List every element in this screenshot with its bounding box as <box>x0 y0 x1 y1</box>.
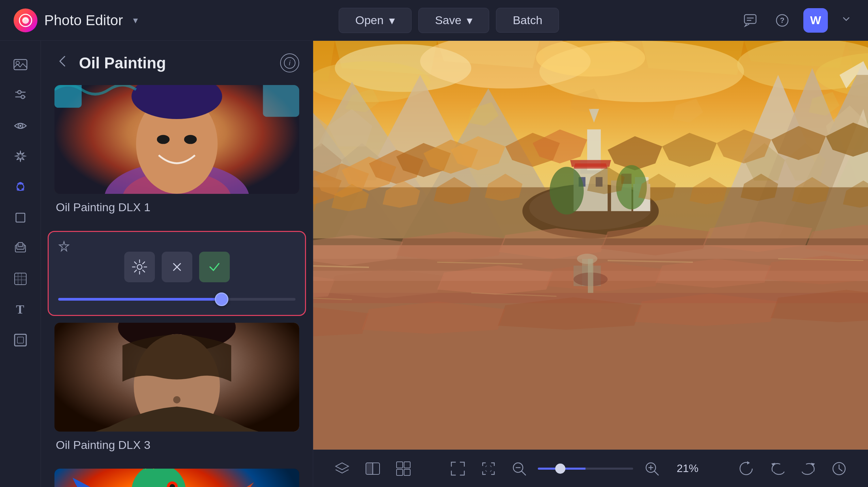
svg-rect-177 <box>397 462 403 468</box>
logo-area: Photo Editor ▾ <box>14 9 138 32</box>
zoom-slider[interactable] <box>538 468 633 470</box>
svg-line-183 <box>521 471 526 475</box>
panel-title: Oil Painting <box>79 54 272 72</box>
tool-artistic[interactable] <box>7 173 34 201</box>
undo-button[interactable] <box>766 457 790 481</box>
tool-texture[interactable] <box>7 265 34 292</box>
redo-button[interactable] <box>797 457 820 481</box>
svg-point-42 <box>173 396 180 403</box>
fit-to-screen-button[interactable] <box>446 457 470 481</box>
tool-layers[interactable] <box>7 235 34 262</box>
svg-point-35 <box>184 135 197 144</box>
svg-rect-2 <box>744 15 756 23</box>
effect-thumbnail-dlx3 <box>54 323 299 432</box>
user-avatar[interactable]: W <box>803 8 828 33</box>
bottom-toolbar: 21% <box>313 450 868 487</box>
compare-button[interactable] <box>361 457 385 481</box>
svg-point-17 <box>21 188 24 191</box>
svg-point-62 <box>536 41 645 77</box>
panel-header: Oil Painting i <box>41 41 313 85</box>
svg-text:T: T <box>16 303 24 316</box>
icon-bar: T <box>0 41 41 487</box>
tool-text[interactable]: T <box>7 296 34 323</box>
effect-thumbnail-dlx1 <box>54 85 299 194</box>
svg-point-14 <box>19 125 21 127</box>
confirm-button[interactable] <box>199 252 230 282</box>
effect-item-dlx4[interactable]: Oil Painting DLX 4 <box>41 469 313 487</box>
svg-marker-114 <box>574 164 608 169</box>
main-content: T Oil Painting i <box>0 41 868 487</box>
comments-button[interactable] <box>739 10 761 31</box>
header-right: ? W <box>739 8 854 33</box>
app-logo <box>14 9 37 32</box>
effect-thumbnail-dlx4 <box>54 469 299 487</box>
zoom-in-button[interactable] <box>640 457 664 481</box>
expand-button[interactable] <box>838 12 854 29</box>
svg-rect-26 <box>17 337 23 343</box>
cancel-button[interactable] <box>162 252 192 282</box>
svg-marker-174 <box>336 463 349 470</box>
svg-marker-188 <box>747 461 750 465</box>
bottom-right-tools <box>735 457 851 481</box>
tool-image[interactable] <box>7 51 34 78</box>
tool-adjustments[interactable] <box>7 82 34 109</box>
svg-rect-19 <box>16 213 25 222</box>
svg-point-12 <box>21 95 25 99</box>
back-button[interactable] <box>54 53 71 73</box>
canvas-area: 21% <box>313 41 868 487</box>
help-button[interactable]: ? <box>771 10 793 31</box>
layers-toolbar-button[interactable] <box>330 457 354 481</box>
crop-zoom-button[interactable] <box>477 457 500 481</box>
svg-text:?: ? <box>780 16 784 24</box>
effect-name-dlx3: Oil Painting DLX 3 <box>54 438 299 452</box>
svg-point-18 <box>19 182 22 185</box>
svg-rect-179 <box>397 469 403 475</box>
tool-eye[interactable] <box>7 112 34 139</box>
app-title: Photo Editor <box>44 12 123 29</box>
svg-rect-7 <box>14 60 27 70</box>
svg-point-8 <box>16 61 19 65</box>
app-header: Photo Editor ▾ Open ▾ Save ▾ Batch <box>0 0 868 41</box>
svg-rect-22 <box>18 242 23 247</box>
svg-point-16 <box>17 188 19 191</box>
svg-rect-178 <box>404 462 410 468</box>
zoom-value: 21% <box>671 462 705 475</box>
svg-point-10 <box>18 90 21 94</box>
grid-button[interactable] <box>391 457 415 481</box>
tool-crop[interactable] <box>7 204 34 231</box>
history-button[interactable] <box>827 457 851 481</box>
favorite-button[interactable] <box>55 239 73 259</box>
svg-rect-25 <box>15 334 26 346</box>
batch-button[interactable]: Batch <box>496 8 559 33</box>
settings-button[interactable] <box>124 252 155 282</box>
app-title-arrow[interactable]: ▾ <box>133 15 138 26</box>
open-button[interactable]: Open ▾ <box>339 8 412 33</box>
slider-container <box>58 292 295 305</box>
reset-button[interactable] <box>735 457 759 481</box>
info-button[interactable]: i <box>280 53 299 72</box>
save-button[interactable]: Save ▾ <box>418 8 489 33</box>
svg-rect-180 <box>404 469 410 475</box>
effect-item-dlx2[interactable] <box>41 231 313 323</box>
header-center: Open ▾ Save ▾ Batch <box>158 8 739 33</box>
svg-rect-37 <box>263 85 299 117</box>
zoom-controls: 21% <box>446 457 705 481</box>
svg-point-115 <box>550 167 584 215</box>
zoom-out-button[interactable] <box>507 457 531 481</box>
effect-name-dlx1: Oil Painting DLX 1 <box>54 201 299 214</box>
effect-controls <box>58 252 295 282</box>
tool-border[interactable] <box>7 326 34 354</box>
effect-card-active <box>48 231 306 316</box>
effect-intensity-slider[interactable] <box>58 298 295 301</box>
effects-panel: Oil Painting i <box>41 41 313 487</box>
effect-item-dlx1[interactable]: Oil Painting DLX 1 <box>41 85 313 231</box>
svg-line-187 <box>654 471 658 475</box>
effect-item-dlx3[interactable]: Oil Painting DLX 3 <box>41 323 313 469</box>
bottom-left-tools <box>330 457 415 481</box>
tool-effects[interactable] <box>7 143 34 170</box>
svg-rect-148 <box>588 259 593 293</box>
svg-rect-23 <box>15 273 26 285</box>
svg-point-38 <box>137 265 142 269</box>
svg-point-34 <box>157 135 170 144</box>
svg-text:i: i <box>289 59 291 67</box>
